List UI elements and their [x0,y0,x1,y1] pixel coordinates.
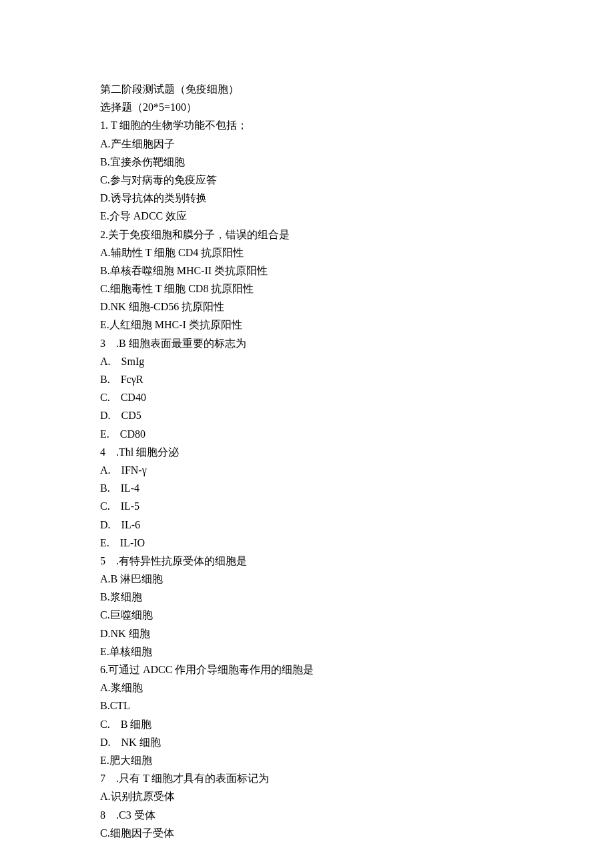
question-option: A. SmIg [100,352,514,370]
question-option: D.诱导抗体的类别转换 [100,189,514,207]
question-option: C.细胞因子受体 [100,824,514,842]
question-option: A.浆细胞 [100,679,514,697]
question-option: E. IL-IO [100,534,514,552]
page-title: 第二阶段测试题（免疫细胞） [100,80,514,98]
question-option: D. CD5 [100,406,514,424]
question-option: E. CD80 [100,425,514,443]
question-option: 8 .C3 受体 [100,806,514,824]
question-option: B.宜接杀伤靶细胞 [100,153,514,171]
question-option: E.单核细胞 [100,642,514,661]
question-stem: 2.关于免疫细胞和膜分子，错误的组合是 [100,226,514,244]
question-stem: 1. T 细胞的生物学功能不包括； [100,116,514,134]
question-option: B.CTL [100,697,514,715]
page-subtitle: 选择题（20*5=100） [100,98,514,116]
question-option: B.单核吞噬细胞 MHC-II 类抗原阳性 [100,262,514,280]
question-option: E.肥大细胞 [100,751,514,769]
question-stem: 4 .Thl 细胞分泌 [100,443,514,461]
question-option: E.人红细胞 MHC-I 类抗原阳性 [100,316,514,334]
question-option: A.B 淋巴细胞 [100,570,514,588]
question-option: A. IFN-γ [100,461,514,479]
question-option: B. IL-4 [100,479,514,497]
question-option: D. NK 细胞 [100,733,514,751]
question-option: D.NK 细胞-CD56 抗原阳性 [100,298,514,316]
question-stem: 6.可通过 ADCC 作用介导细胞毒作用的细胞是 [100,661,514,679]
question-option: C.巨噬细胞 [100,606,514,624]
question-option: D.NK 细胞 [100,624,514,642]
question-option: C. CD40 [100,388,514,406]
question-stem: 5 .有特异性抗原受体的细胞是 [100,552,514,570]
question-option: A.识别抗原受体 [100,787,514,805]
question-option: D. IL-6 [100,516,514,534]
question-option: B. FcγR [100,370,514,388]
question-stem: 7 .只有 T 细胞才具有的表面标记为 [100,769,514,787]
question-option: C.参与对病毒的免疫应答 [100,171,514,189]
question-option: C.细胞毒性 T 细胞 CD8 抗原阳性 [100,280,514,298]
question-stem: 3 .B 细胞表面最重要的标志为 [100,334,514,352]
question-option: C. B 细胞 [100,715,514,733]
question-option: A.产生细胞因子 [100,135,514,153]
document-page: 第二阶段测试题（免疫细胞） 选择题（20*5=100） 1. T 细胞的生物学功… [0,0,614,868]
question-option: E.介导 ADCC 效应 [100,207,514,225]
question-option: B.浆细胞 [100,588,514,606]
question-option: A.辅助性 T 细胞 CD4 抗原阳性 [100,244,514,262]
question-option: C. IL-5 [100,497,514,515]
